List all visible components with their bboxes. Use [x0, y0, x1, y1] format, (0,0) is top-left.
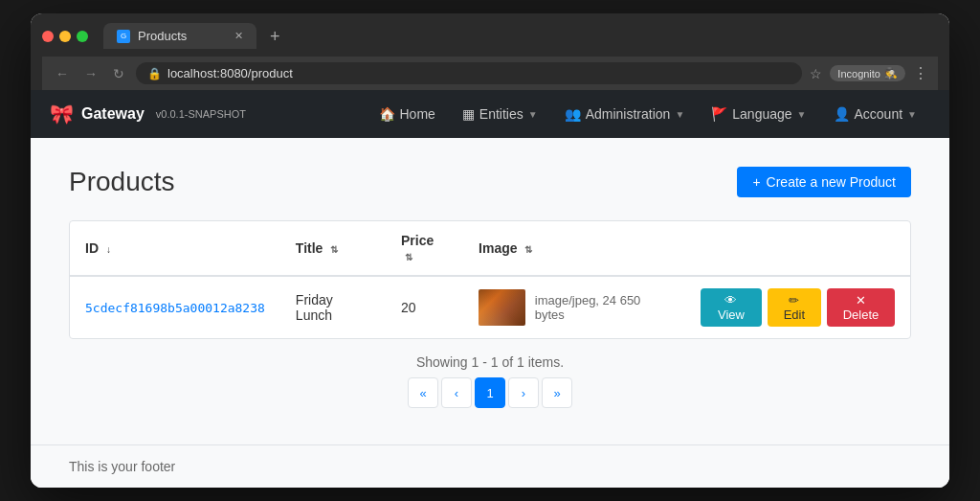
col-title-sort-icon: ⇅	[330, 244, 338, 255]
action-buttons: 👁 View ✏ Edit ✕ Delete	[701, 288, 895, 327]
cell-price: 20	[386, 276, 463, 338]
incognito-icon: 🕵	[884, 67, 898, 80]
col-header-price[interactable]: Price ⇅	[386, 221, 463, 276]
footer-text: This is your footer	[69, 459, 175, 474]
cell-image: image/jpeg, 24 650 bytes	[463, 276, 685, 338]
nav-label-language: Language	[732, 106, 791, 122]
entities-icon: ▦	[462, 106, 475, 122]
app-footer: This is your footer	[31, 444, 949, 488]
addressbar-actions: ☆ Incognito 🕵 ⋮	[810, 64, 928, 82]
traffic-lights	[42, 31, 88, 42]
main-content: Products + Create a new Product ID ↓	[31, 138, 949, 444]
cell-actions: 👁 View ✏ Edit ✕ Delete	[685, 276, 910, 338]
view-button[interactable]: 👁 View	[701, 288, 762, 327]
refresh-button[interactable]: ↻	[109, 65, 128, 82]
app-content: 🎀 Gateway v0.0.1-SNAPSHOT 🏠 Home ▦ Entit…	[31, 90, 949, 488]
table-header-row: ID ↓ Title ⇅ Price ⇅	[70, 221, 910, 276]
account-icon: 👤	[834, 106, 850, 122]
administration-icon: 👥	[565, 106, 581, 122]
edit-button[interactable]: ✏ Edit	[768, 288, 821, 327]
brand-version: v0.0.1-SNAPSHOT	[156, 108, 246, 120]
pagination-next-button[interactable]: ›	[508, 377, 539, 408]
nav-link-account[interactable]: 👤 Account ▼	[820, 93, 931, 135]
nav-label-administration: Administration	[586, 106, 671, 122]
col-price-label: Price	[401, 233, 434, 248]
cell-id: 5cdecf81698b5a00012a8238	[70, 276, 280, 338]
product-image-thumbnail	[479, 289, 525, 326]
image-cell: image/jpeg, 24 650 bytes	[479, 289, 670, 326]
table-row: 5cdecf81698b5a00012a8238 Friday Lunch 20…	[70, 276, 910, 338]
tab-favicon: G	[117, 30, 130, 43]
col-header-actions	[685, 221, 910, 276]
lock-icon: 🔒	[147, 67, 162, 80]
pagination-current-button[interactable]: 1	[475, 377, 505, 408]
browser-titlebar: G Products ✕ +	[42, 23, 938, 49]
nav-item-entities: ▦ Entities ▼	[449, 93, 551, 135]
account-dropdown-icon: ▼	[907, 109, 917, 120]
col-id-sort-icon: ↓	[106, 244, 111, 255]
pagination-controls: « ‹ 1 › »	[69, 377, 911, 408]
back-button[interactable]: ←	[52, 65, 73, 82]
bookmark-icon[interactable]: ☆	[810, 66, 822, 81]
maximize-traffic-light[interactable]	[77, 31, 88, 42]
nav-item-account: 👤 Account ▼	[820, 93, 931, 135]
minimize-traffic-light[interactable]	[59, 31, 71, 42]
pagination-last-button[interactable]: »	[542, 377, 572, 408]
nav-link-language[interactable]: 🚩 Language ▼	[698, 93, 819, 135]
tab-close-button[interactable]: ✕	[234, 30, 243, 42]
administration-dropdown-icon: ▼	[675, 109, 684, 120]
browser-chrome: G Products ✕ + ← → ↻ 🔒 localhost:8080/pr…	[31, 13, 949, 90]
close-traffic-light[interactable]	[42, 31, 54, 42]
navbar-brand[interactable]: 🎀 Gateway v0.0.1-SNAPSHOT	[50, 102, 246, 125]
pagination-first-button[interactable]: «	[408, 377, 438, 408]
cell-title: Friday Lunch	[280, 276, 386, 338]
brand-name: Gateway	[81, 105, 145, 123]
incognito-badge: Incognito 🕵	[830, 65, 905, 81]
delete-button[interactable]: ✕ Delete	[827, 288, 895, 327]
address-box[interactable]: 🔒 localhost:8080/product	[136, 62, 802, 84]
product-id-link[interactable]: 5cdecf81698b5a00012a8238	[85, 301, 265, 315]
nav-item-language: 🚩 Language ▼	[698, 93, 819, 135]
language-icon: 🚩	[711, 106, 727, 122]
browser-menu-button[interactable]: ⋮	[913, 64, 928, 82]
nav-label-account: Account	[855, 106, 903, 122]
nav-label-home: Home	[400, 106, 435, 122]
col-image-sort-icon: ⇅	[524, 244, 532, 255]
col-header-title[interactable]: Title ⇅	[280, 221, 386, 276]
nav-link-administration[interactable]: 👥 Administration ▼	[551, 93, 699, 135]
create-product-button[interactable]: + Create a new Product	[737, 167, 911, 197]
create-icon: +	[752, 174, 760, 190]
nav-link-home[interactable]: 🏠 Home	[366, 93, 449, 135]
col-price-sort-icon: ⇅	[405, 252, 412, 262]
address-url: localhost:8080/product	[167, 66, 293, 80]
nav-link-entities[interactable]: ▦ Entities ▼	[449, 93, 551, 135]
browser-window: G Products ✕ + ← → ↻ 🔒 localhost:8080/pr…	[31, 13, 949, 488]
nav-label-entities: Entities	[479, 106, 523, 122]
page-header: Products + Create a new Product	[69, 167, 911, 197]
col-id-label: ID	[85, 240, 99, 256]
tab-title: Products	[138, 29, 187, 43]
language-dropdown-icon: ▼	[797, 109, 807, 120]
products-table: ID ↓ Title ⇅ Price ⇅	[70, 221, 910, 338]
incognito-label: Incognito	[837, 68, 880, 80]
home-icon: 🏠	[379, 106, 395, 122]
col-header-image[interactable]: Image ⇅	[463, 221, 685, 276]
new-tab-button[interactable]: +	[264, 28, 286, 45]
col-title-label: Title	[296, 240, 323, 256]
table-body: 5cdecf81698b5a00012a8238 Friday Lunch 20…	[70, 276, 910, 338]
pagination-info: Showing 1 - 1 of 1 items.	[69, 354, 911, 370]
pagination-section: Showing 1 - 1 of 1 items. « ‹ 1 › »	[69, 354, 911, 408]
col-image-label: Image	[479, 240, 517, 256]
brand-logo-icon: 🎀	[50, 102, 74, 125]
nav-item-home: 🏠 Home	[366, 93, 449, 135]
browser-addressbar: ← → ↻ 🔒 localhost:8080/product ☆ Incogni…	[42, 57, 938, 90]
nav-item-administration: 👥 Administration ▼	[551, 93, 699, 135]
navbar-nav: 🏠 Home ▦ Entities ▼ 👥 Administration	[366, 93, 931, 135]
browser-tab[interactable]: G Products ✕	[103, 23, 256, 49]
pagination-prev-button[interactable]: ‹	[441, 377, 472, 408]
app-navbar: 🎀 Gateway v0.0.1-SNAPSHOT 🏠 Home ▦ Entit…	[31, 90, 949, 138]
products-table-container: ID ↓ Title ⇅ Price ⇅	[69, 220, 911, 339]
page-title: Products	[69, 167, 175, 197]
col-header-id[interactable]: ID ↓	[70, 221, 280, 276]
forward-button[interactable]: →	[80, 65, 101, 82]
